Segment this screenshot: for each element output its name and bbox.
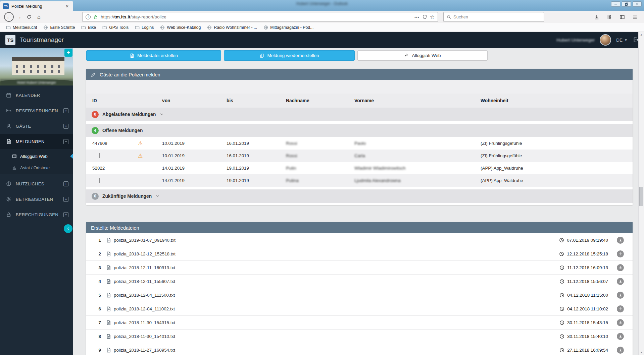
expand-icon[interactable]: +: [63, 124, 68, 129]
sidebar-item-gaeste[interactable]: GÄSTE +: [0, 118, 73, 134]
file-number: 1: [96, 238, 101, 243]
created-files-panel: Erstellte Meldedateien 1 polizia_2019-01…: [86, 222, 633, 355]
file-name-link[interactable]: polizia_2018-11-30_154010.txt: [114, 334, 175, 339]
download-button[interactable]: [617, 347, 624, 354]
expand-icon[interactable]: +: [63, 197, 68, 202]
external-link-icon: [404, 53, 409, 58]
sidebar-toggle-icon[interactable]: [617, 12, 627, 22]
download-button[interactable]: [617, 250, 624, 257]
file-list: 1 polizia_2019-01-07_091940.txt 07.01.20…: [86, 233, 633, 355]
group-expired[interactable]: 0 Abgelaufene Meldungen: [86, 108, 633, 121]
collapse-sidebar-button[interactable]: [64, 224, 72, 233]
bookmark-label: Erste Schritte: [50, 25, 75, 30]
sidebar-item-kalender[interactable]: KALENDER: [0, 87, 73, 103]
create-report-file-button[interactable]: Meldedatei erstellen: [86, 50, 221, 61]
sidebar-item-reservierungen[interactable]: RESERVIERUNGEN +: [0, 103, 73, 118]
reload-icon[interactable]: [24, 12, 34, 22]
download-button[interactable]: [617, 305, 624, 312]
file-name-link[interactable]: polizia_2018-12-04_111002.txt: [114, 306, 175, 311]
file-name-link[interactable]: polizia_2018-12-11_155607.txt: [114, 279, 175, 284]
police-report-panel: Gäste an die Polizei melden ID von bis N…: [86, 69, 633, 205]
scroll-up-icon[interactable]: ▲: [639, 32, 644, 37]
window-title: Hubert Unterweger - Outlook: [296, 1, 348, 6]
file-name-link[interactable]: polizia_2018-11-27_160954.txt: [114, 348, 175, 353]
sidebar-item-nuetzliches[interactable]: NÜTZLICHES +: [0, 176, 73, 191]
minimize-icon[interactable]: [611, 1, 620, 7]
forward-icon[interactable]: →: [14, 12, 24, 22]
sidebar-item-astat-ortstaxe[interactable]: Astat / Ortstaxe: [0, 162, 73, 173]
group-label: Offene Meldungen: [102, 128, 143, 133]
shield-icon[interactable]: [422, 14, 427, 19]
restore-report-button[interactable]: Meldung wiederherstellen: [224, 50, 355, 61]
table-row: 52822 14.01.2019 19.01.2019 Putin Wladim…: [86, 162, 633, 174]
photo-caption: Hotel Hubert Unterweger: [0, 79, 73, 85]
home-icon[interactable]: ⌂: [34, 12, 44, 22]
alloggiati-web-button[interactable]: Alloggiati Web: [357, 50, 488, 61]
download-button[interactable]: [617, 278, 624, 285]
site-info-icon[interactable]: i: [86, 14, 91, 19]
button-label: Meldedatei erstellen: [137, 53, 178, 58]
download-button[interactable]: [617, 292, 624, 299]
clock-icon: [559, 348, 564, 353]
bookmark-item[interactable]: Erste Schritte: [41, 24, 78, 31]
expand-icon[interactable]: +: [63, 212, 68, 217]
search-input[interactable]: [453, 14, 541, 19]
file-name-link[interactable]: polizia_2018-12-11_160913.txt: [114, 265, 175, 270]
file-name-link[interactable]: polizia_2019-01-07_091940.txt: [114, 238, 176, 243]
panel-header: Erstellte Meldedateien: [86, 222, 633, 233]
add-icon[interactable]: +: [64, 49, 72, 57]
restore-icon[interactable]: [622, 1, 631, 7]
file-name-link[interactable]: polizia_2018-11-30_154315.txt: [114, 320, 175, 325]
file-row: 3 polizia_2018-12-11_160913.txt 11.12.20…: [86, 261, 633, 275]
search-bar[interactable]: [443, 12, 544, 22]
url-bar[interactable]: i https://tm.lts.it/stay-report/police •…: [82, 12, 438, 22]
bookmark-item[interactable]: Meistbesucht: [3, 24, 40, 31]
download-button[interactable]: [617, 333, 624, 340]
sidebar-item-alloggiati-web[interactable]: Alloggiati Web: [0, 151, 73, 162]
file-row: 5 polizia_2018-12-04_111500.txt 04.12.20…: [86, 288, 633, 302]
library-icon[interactable]: [604, 12, 614, 22]
bookmark-item[interactable]: Mittagsmagazin - Pod...: [261, 24, 316, 31]
group-future[interactable]: 0 Zukünftige Meldungen: [86, 189, 633, 203]
downloads-icon[interactable]: [592, 12, 602, 22]
linked-entry-marker: [99, 178, 100, 183]
bookmark-item[interactable]: Bike: [79, 24, 99, 31]
sidebar-item-meldungen[interactable]: MELDUNGEN −: [0, 134, 73, 149]
bookmark-item[interactable]: Radio Wohnzimmer - ...: [204, 24, 260, 31]
sidebar-item-betriebsdaten[interactable]: BETRIEBSDATEN +: [0, 191, 73, 207]
expand-icon[interactable]: +: [63, 108, 68, 113]
bookmark-item[interactable]: Web Slice-Katalog: [157, 24, 203, 31]
tab-close-icon[interactable]: ✕: [64, 3, 70, 9]
lock-icon[interactable]: [93, 15, 98, 19]
collapse-section-icon[interactable]: −: [63, 139, 68, 144]
browser-tab[interactable]: TS Polizei Meldung ✕: [0, 1, 73, 11]
main-content: Meldedatei erstellen Meldung wiederherst…: [73, 48, 644, 355]
download-icon: [618, 279, 623, 283]
download-button[interactable]: [617, 319, 624, 326]
sidebar-item-berechtigungen[interactable]: BERECHTIGUNGEN +: [0, 207, 73, 222]
close-icon[interactable]: [633, 1, 642, 7]
download-button[interactable]: [617, 264, 624, 271]
action-buttons: Meldedatei erstellen Meldung wiederherst…: [86, 50, 633, 61]
date-from: 14.01.2019: [162, 166, 227, 171]
file-icon: [130, 53, 134, 58]
bookmark-item[interactable]: Logins: [132, 24, 156, 31]
file-name-link[interactable]: polizia_2018-12-04_111500.txt: [114, 293, 175, 298]
download-button[interactable]: [617, 237, 624, 244]
expand-icon[interactable]: +: [63, 181, 68, 186]
language-selector[interactable]: DE ▼: [616, 38, 628, 43]
logout-icon[interactable]: [633, 37, 639, 43]
language-label: DE: [616, 38, 623, 43]
bookmark-item[interactable]: GPS Tools: [100, 24, 131, 31]
page-actions-icon[interactable]: •••: [414, 15, 419, 19]
bookmark-star-icon[interactable]: ☆: [430, 14, 435, 20]
group-open[interactable]: 4 Offene Meldungen: [86, 124, 633, 137]
avatar[interactable]: [600, 34, 611, 46]
button-label: Alloggiati Web: [412, 53, 441, 58]
scroll-down-icon[interactable]: ▼: [639, 350, 644, 355]
menu-icon[interactable]: [630, 12, 640, 22]
file-name-link[interactable]: polizia_2018-12-12_152518.txt: [114, 251, 176, 256]
scrollbar-thumb[interactable]: [639, 187, 643, 206]
back-icon[interactable]: ←: [4, 12, 14, 22]
nav-toolbar: ← → ⌂ i https://tm.lts.it/stay-report/po…: [0, 11, 644, 23]
